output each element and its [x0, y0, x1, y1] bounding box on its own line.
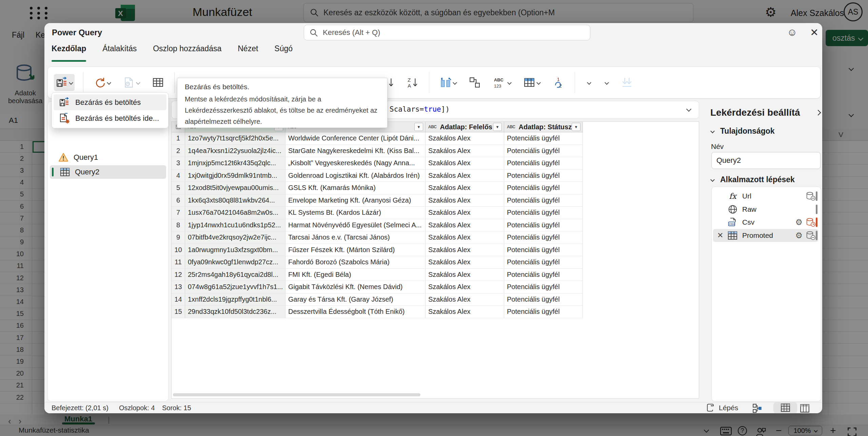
table-cell[interactable]: Potenciális ügyfél [504, 293, 583, 306]
table-cell[interactable]: Szakálos Alex [426, 219, 504, 231]
table-cell[interactable]: Garay és Társa Kft. (Garay József) [285, 293, 426, 306]
row-number[interactable]: 15 [172, 306, 185, 318]
table-cell[interactable]: 1mjnxjp5mc12t6kr435q2qlc... [185, 157, 285, 169]
table-cell[interactable]: Potenciális ügyfél [504, 207, 583, 219]
row-number[interactable]: 5 [172, 182, 185, 194]
pq-tab-súgó[interactable]: Súgó [274, 44, 293, 62]
menu-item-bezárás-és-betöltés-ide-[interactable]: Bezárás és betöltés ide... [54, 110, 166, 126]
pq-search-input[interactable] [323, 28, 580, 37]
table-cell[interactable]: Desszertvilla Édességbolt (Tóth Enikő) [285, 306, 426, 318]
table-cell[interactable]: Potenciális ügyfél [504, 170, 583, 182]
table-cell[interactable]: 074w8g61a52jzue1yvvf1h7s1... [185, 281, 285, 293]
table-cell[interactable]: 1usx76a70421046a8m2w0s... [185, 207, 285, 219]
row-number[interactable]: 7 [172, 207, 185, 219]
table-cell[interactable]: 29nd33qzk10fd50l3tdc236z... [185, 306, 285, 318]
table-view-button[interactable] [773, 402, 797, 413]
pq-tab-oszlop-hozzáadása[interactable]: Oszlop hozzáadása [153, 44, 221, 62]
schema-view-button[interactable] [800, 403, 810, 415]
table-cell[interactable]: „Kisbolt” Vegyeskereskedés (Nagy Anna... [285, 157, 426, 169]
row-number[interactable]: 11 [172, 256, 185, 268]
row-number[interactable]: 4 [172, 170, 185, 182]
close-window-icon[interactable]: ✕ [810, 26, 818, 38]
table-cell[interactable]: 1xnff2dcls19jgzpffyg0t1nbl6... [185, 293, 285, 306]
table-cell[interactable]: Potenciális ügyfél [504, 244, 583, 256]
table-cell[interactable]: 25r2ms4gah18y61qycai2d8l... [185, 269, 285, 281]
refresh-preview-button[interactable] [92, 74, 113, 91]
table-cell[interactable]: FMI Kft. (Egedi Béla) [285, 269, 426, 281]
table-cell[interactable]: Szakálos Alex [426, 145, 504, 157]
data-type-button[interactable]: ABC123 [491, 74, 513, 91]
table-cell[interactable]: Szakálos Alex [426, 231, 504, 244]
table-cell[interactable]: Harmat Növényvédő Egyesület (Selmeci A..… [285, 219, 426, 231]
table-cell[interactable]: Potenciális ügyfél [504, 132, 583, 145]
row-number[interactable]: 3 [172, 157, 185, 169]
table-cell[interactable]: Szakálos Alex [426, 293, 504, 306]
table-cell[interactable]: Potenciális ügyfél [504, 219, 583, 231]
table-cell[interactable]: Szakálos Alex [426, 207, 504, 219]
applied-step-raw[interactable]: Raw [713, 203, 818, 216]
row-number[interactable]: 8 [172, 219, 185, 231]
table-cell[interactable]: Szakálos Alex [426, 194, 504, 207]
append-queries-button[interactable] [601, 78, 610, 87]
table-cell[interactable]: GSLS Kft. (Kamarás Mónika) [285, 182, 426, 194]
table-cell[interactable]: 1xj0witgjd0rx59dmlk91ntmb... [185, 170, 285, 182]
step-settings-gear-icon[interactable]: ⚙ [795, 231, 803, 240]
step-settings-gear-icon[interactable]: ⚙ [795, 217, 803, 227]
table-cell[interactable]: Potenciális ügyfél [504, 281, 583, 293]
use-first-row-as-headers-button[interactable] [521, 74, 542, 91]
table-cell[interactable]: Szakálos Alex [426, 256, 504, 268]
pq-tab-átalakítás[interactable]: Átalakítás [102, 44, 137, 62]
delete-step-icon[interactable]: ✕ [717, 231, 726, 240]
sort-descending-button[interactable]: ZA [405, 74, 420, 91]
query-settings-header[interactable]: Lekérdezési beállítá [710, 107, 820, 118]
table-cell[interactable]: StarGate Nagykereskedelmi Kft. (Kiss Bal… [285, 145, 426, 157]
table-cell[interactable]: Szakálos Alex [426, 170, 504, 182]
row-number[interactable]: 6 [172, 194, 185, 207]
table-cell[interactable]: 1a0rwugmny1u3xfzsgxt0bm... [185, 244, 285, 256]
column-header-adatlap-státusz[interactable]: ABCAdatlap: Státusz▼ [504, 122, 583, 132]
table-cell[interactable]: Potenciális ügyfél [504, 269, 583, 281]
column-header-adatlap-felelős[interactable]: ABCAdatlap: Felelős▼ [426, 122, 504, 132]
close-and-load-button[interactable] [54, 74, 75, 91]
horizontal-scrollbar[interactable] [173, 393, 420, 396]
split-column-button[interactable] [438, 74, 458, 91]
table-cell[interactable]: Potenciális ügyfél [504, 157, 583, 169]
table-cell[interactable]: Potenciális ügyfél [504, 182, 583, 194]
applied-step-promoted[interactable]: ✕Promoted⚙ [713, 229, 818, 242]
diagram-view-button[interactable] [752, 403, 762, 415]
pq-tab-nézet[interactable]: Nézet [238, 44, 258, 62]
table-cell[interactable]: Potenciális ügyfél [504, 194, 583, 207]
query-name-input[interactable] [711, 152, 821, 169]
table-cell[interactable]: 1q4ea7kxsn1i22ysuola2jlz4ic... [185, 145, 285, 157]
table-cell[interactable]: Potenciális ügyfél [504, 306, 583, 318]
pq-search-bar[interactable] [304, 25, 590, 40]
group-by-button[interactable] [467, 74, 482, 91]
row-number[interactable]: 1 [172, 132, 185, 145]
table-cell[interactable]: 07bitfb4ve2krqsoy2jw2e7ijc... [185, 231, 285, 244]
table-cell[interactable]: Goldenroad Logisztikai Kft. (Alabárdos I… [285, 170, 426, 182]
table-cell[interactable]: Potenciális ügyfél [504, 231, 583, 244]
table-cell[interactable]: Fűszer Fészek Kft. (Márton Szilárd) [285, 244, 426, 256]
table-cell[interactable]: Fahordó Borozó (Szabolcs Mária) [285, 256, 426, 268]
merge-queries-button[interactable] [584, 78, 593, 87]
table-cell[interactable]: Potenciális ügyfél [504, 256, 583, 268]
feedback-smiley-icon[interactable]: ☺ [787, 26, 797, 38]
step-view-button[interactable]: Lépés [706, 403, 738, 412]
row-number[interactable]: 10 [172, 244, 185, 256]
table-cell[interactable]: Szakálos Alex [426, 269, 504, 281]
table-cell[interactable]: 1jyp14nwxh1cu1u6ndks1p52... [185, 219, 285, 231]
table-cell[interactable]: Szakálos Alex [426, 281, 504, 293]
table-cell[interactable]: Szakálos Alex [426, 157, 504, 169]
row-number[interactable]: 12 [172, 269, 185, 281]
table-cell[interactable]: Szakálos Alex [426, 182, 504, 194]
row-number[interactable]: 9 [172, 231, 185, 244]
menu-item-bezárás-és-betöltés[interactable]: Bezárás és betöltés [54, 94, 166, 110]
table-cell[interactable]: KL Systems Bt. (Kardos Lázár) [285, 207, 426, 219]
query-list-item-query1[interactable]: Query1 [50, 151, 166, 164]
row-number[interactable]: 2 [172, 145, 185, 157]
table-cell[interactable]: 1zo7wyty7t1sqrcfj5kf2h0x5e... [185, 132, 285, 145]
filter-dropdown-icon[interactable]: ▼ [572, 123, 580, 131]
applied-step-url[interactable]: fxUrl [713, 190, 818, 203]
applied-step-csv[interactable]: CSVCsv⚙ [713, 216, 818, 229]
table-cell[interactable]: 0fya09nkwc0gf1lenwdp27cz... [185, 256, 285, 268]
